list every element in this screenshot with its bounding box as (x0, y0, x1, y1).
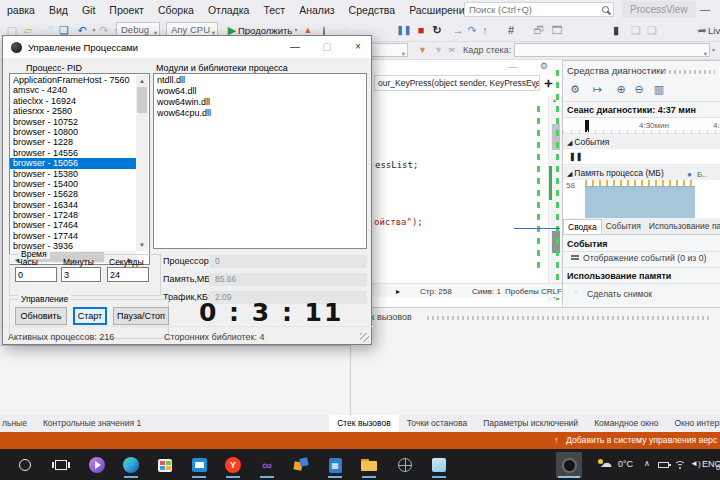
menu-item-debug[interactable]: Отладка (201, 0, 257, 20)
split-editor-icon[interactable]: ✛ (544, 78, 552, 89)
list-item[interactable]: browser - 16344 (10, 200, 136, 210)
source-control-message[interactable]: Добавить в систему управления верс (566, 435, 717, 445)
zoom-in-icon[interactable]: ⊕ (613, 83, 629, 96)
start-button[interactable]: Старт (73, 307, 107, 325)
microsoft-store-icon[interactable] (152, 452, 178, 478)
tab-command-window[interactable]: Командное окно (586, 415, 666, 432)
menu-item-analyze[interactable]: Анализ (292, 0, 341, 20)
tab-call-stack[interactable]: Стек вызовов (329, 415, 399, 432)
eol-indicator[interactable]: CRLF (541, 287, 562, 296)
tab-locals[interactable]: льные (0, 415, 35, 432)
tab-memory-usage[interactable]: Использование пам (645, 219, 720, 234)
line-indicator[interactable]: Стр: 258 (420, 287, 452, 296)
file-explorer-icon[interactable] (356, 452, 382, 478)
menu-item-tools[interactable]: Средства (342, 0, 403, 20)
cortana-icon[interactable] (12, 452, 38, 478)
list-item[interactable]: browser - 1228 (10, 137, 136, 147)
clock[interactable]: 07/ (716, 463, 720, 472)
tray-expand-icon[interactable]: ∧ (644, 459, 650, 468)
code-line-1[interactable]: essList; (375, 160, 418, 170)
profile-label[interactable]: ProcessView (622, 1, 696, 18)
list-item[interactable]: ApplicationFrameHost - 7560 (10, 75, 136, 85)
list-item[interactable]: browser - 15628 (10, 189, 136, 199)
window-preview-icon[interactable]: 🗖 (549, 23, 565, 38)
memory-chart[interactable]: 58 (563, 180, 720, 218)
resize-grip[interactable] (360, 333, 369, 342)
list-item[interactable]: atieclxx - 16924 (10, 96, 136, 106)
processview-app-icon[interactable] (556, 452, 582, 478)
list-item[interactable]: amsvc - 4240 (10, 85, 136, 95)
dialog-close-icon[interactable]: × (344, 36, 372, 57)
vertical-scrollbar[interactable]: ▲ ▼ (136, 75, 148, 251)
tab-watch-1[interactable]: Контрольные значения 1 (35, 415, 149, 432)
scrollbar-thumb[interactable] (137, 87, 147, 113)
dialog-maximize-icon[interactable]: ▢ (313, 36, 341, 57)
list-item[interactable]: browser - 17248 (10, 210, 136, 220)
alice-assistant-icon[interactable] (84, 452, 110, 478)
step-out-icon[interactable]: ↑ (477, 23, 493, 38)
3d-viewer-icon[interactable] (426, 452, 452, 478)
list-item[interactable]: browser - 14556 (10, 148, 136, 158)
hours-field[interactable] (15, 267, 57, 282)
zoom-out-icon[interactable]: ⊖ (631, 83, 647, 96)
menu-item-edit[interactable]: равка (0, 0, 42, 20)
column-indicator[interactable]: Симв: 1 (472, 287, 501, 296)
quick-search[interactable]: Поиск (Ctrl+Q) (464, 2, 614, 17)
filter-clear-icon[interactable]: ▼ (434, 45, 443, 55)
process-list[interactable]: ApplicationFrameHost - 7560 amsvc - 4240… (9, 73, 150, 265)
events-track[interactable]: ❚❚ (563, 149, 720, 165)
menu-item-build[interactable]: Сборка (151, 0, 201, 20)
stack-frame-combo[interactable]: ▾ (514, 43, 710, 57)
list-item-selected[interactable]: browser - 15056 (10, 158, 136, 168)
member-dropdown[interactable]: our_KeyPress(object sender, KeyPressEven… (374, 75, 540, 91)
prev-bookmark-icon[interactable]: ❏ (628, 23, 644, 38)
wifi-icon[interactable] (674, 461, 686, 470)
scroll-up-icon[interactable]: ▲ (136, 75, 148, 87)
thread-icon[interactable]: ≍ (448, 45, 456, 55)
window-layout-icon[interactable]: 🗗 (531, 23, 547, 38)
pause-stop-button[interactable]: Пауза/Стоп (113, 307, 169, 325)
editor-scrollbar[interactable]: ▴ ▾ (548, 96, 562, 301)
list-item[interactable]: browser - 17464 (10, 220, 136, 230)
list-item[interactable]: browser - 10752 (10, 117, 136, 127)
list-item[interactable]: atiesrxx - 2580 (10, 106, 136, 116)
menu-item-project[interactable]: Проект (102, 0, 151, 20)
temperature-label[interactable]: 0°C (618, 459, 633, 469)
tab-breakpoints[interactable]: Точки останова (399, 415, 475, 432)
menu-item-test[interactable]: Тест (256, 0, 292, 20)
refresh-button[interactable]: Обновить (15, 307, 67, 325)
list-item[interactable]: ntdll.dll (154, 75, 366, 86)
calculator-icon[interactable]: ▦ (322, 452, 348, 478)
toolbar-overflow-icon[interactable]: ▾ (712, 46, 715, 53)
list-item[interactable]: wow64cpu.dll (154, 108, 366, 119)
task-view-icon[interactable] (48, 452, 74, 478)
list-item[interactable]: wow64win.dll (154, 97, 366, 108)
seconds-field[interactable] (107, 267, 149, 282)
hot-path-icon[interactable]: # (503, 23, 519, 38)
gear-icon[interactable]: ⚙ (567, 83, 583, 96)
mail-app-icon[interactable] (186, 452, 212, 478)
yandex-browser-icon[interactable]: Y (220, 452, 246, 478)
restart-icon[interactable]: ↻ (429, 23, 445, 38)
bookmark-icon[interactable]: ▮ (608, 23, 624, 38)
list-item[interactable]: browser - 15400 (10, 179, 136, 189)
volume-icon[interactable]: ◄) (690, 459, 701, 468)
list-item[interactable]: browser - 17744 (10, 231, 136, 241)
memory-section-header[interactable]: ◢ Память процесса (МБ) ● Б.. (563, 166, 720, 180)
live-share-label[interactable]: Liv (708, 25, 720, 36)
events-section-header[interactable]: ◢ События (563, 135, 720, 149)
plugin-tool-icon[interactable] (288, 452, 314, 478)
dialog-minimize-icon[interactable]: — (281, 36, 309, 57)
globe-app-icon[interactable] (392, 452, 418, 478)
menu-item-view[interactable]: Вид (42, 0, 75, 20)
list-item[interactable]: wow64.dll (154, 86, 366, 97)
show-events-link[interactable]: Отображение событий (0 из 0) (583, 253, 706, 263)
modules-list[interactable]: ntdll.dll wow64.dll wow64win.dll wow64cp… (153, 73, 367, 249)
list-item[interactable]: browser - 10800 (10, 127, 136, 137)
visual-studio-icon[interactable]: ∞ (254, 452, 280, 478)
editor-minimize-icon[interactable]: — (508, 62, 517, 72)
stop-icon[interactable]: ■ (413, 23, 429, 38)
export-icon[interactable]: ↦ (589, 83, 605, 96)
weather-cloud-icon[interactable]: ☁ (600, 456, 612, 470)
process-manager-dialog[interactable]: Управление Процессами — ▢ × Процесс- PID… (2, 35, 372, 345)
